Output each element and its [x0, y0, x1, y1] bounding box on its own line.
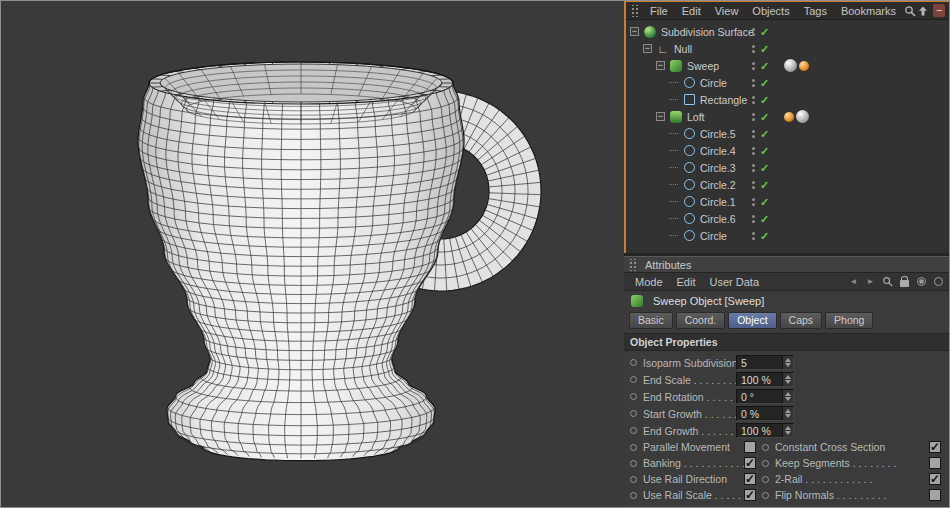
mug-wireframe-model[interactable] — [1, 1, 624, 507]
tree-row[interactable]: Rectangle ✓ — [626, 91, 949, 108]
keyframe-bullet-icon[interactable] — [630, 460, 637, 467]
checkbox[interactable]: ✓ — [744, 457, 756, 469]
checkbox[interactable]: ✓ — [929, 441, 941, 453]
lock-icon[interactable] — [898, 275, 911, 289]
keyframe-bullet-icon[interactable] — [630, 410, 637, 417]
tree-row[interactable]: Circle.1 ✓ — [626, 193, 949, 210]
expander-icon[interactable]: − — [656, 61, 665, 70]
enabled-check-icon[interactable]: ✓ — [760, 144, 769, 158]
checkbox[interactable] — [929, 457, 941, 469]
enabled-check-icon[interactable]: ✓ — [760, 25, 769, 39]
menu-item-mode[interactable]: Mode — [628, 276, 670, 288]
visibility-dots-icon[interactable] — [752, 130, 755, 138]
tree-row[interactable]: − Loft ✓ — [626, 108, 949, 125]
tree-row[interactable]: Circle ✓ — [626, 74, 949, 91]
enabled-check-icon[interactable]: ✓ — [760, 195, 769, 209]
enabled-check-icon[interactable]: ✓ — [760, 110, 769, 124]
enabled-check-icon[interactable]: ✓ — [760, 161, 769, 175]
tab-coord[interactable]: Coord. — [676, 312, 726, 329]
back-arrow-icon[interactable]: ◄ — [847, 275, 860, 289]
menu-item-file[interactable]: File — [643, 5, 675, 17]
checkbox[interactable]: ✓ — [744, 473, 756, 485]
visibility-dots-icon[interactable] — [752, 79, 755, 87]
visibility-dots-icon[interactable] — [752, 45, 755, 53]
visibility-dots-icon[interactable] — [752, 198, 755, 206]
attributes-header[interactable]: Attributes — [624, 256, 949, 273]
value-input[interactable]: 100 % — [736, 423, 794, 438]
tab-caps[interactable]: Caps — [780, 312, 823, 329]
checkbox[interactable]: ✓ — [929, 473, 941, 485]
collapse-icon[interactable]: − — [933, 4, 945, 17]
checkbox[interactable] — [744, 441, 756, 453]
enabled-check-icon[interactable]: ✓ — [760, 76, 769, 90]
enabled-check-icon[interactable]: ✓ — [760, 59, 769, 73]
keyframe-bullet-icon[interactable] — [762, 444, 769, 451]
stepper-arrows-icon[interactable] — [782, 356, 793, 369]
keyframe-bullet-icon[interactable] — [762, 476, 769, 483]
tree-row[interactable]: Circle.6 ✓ — [626, 210, 949, 227]
panel-handle-icon[interactable] — [628, 259, 638, 271]
forward-arrow-icon[interactable]: ► — [864, 275, 877, 289]
keyframe-bullet-icon[interactable] — [762, 492, 769, 499]
visibility-dots-icon[interactable] — [752, 113, 755, 121]
stepper-arrows-icon[interactable] — [782, 390, 793, 403]
tree-row[interactable]: Circle ✓ — [626, 227, 949, 244]
checkbox[interactable]: ✓ — [744, 489, 756, 501]
tree-row[interactable]: Circle.3 ✓ — [626, 159, 949, 176]
keyframe-bullet-icon[interactable] — [630, 376, 637, 383]
menu-item-edit[interactable]: Edit — [670, 276, 703, 288]
enabled-check-icon[interactable]: ✓ — [760, 178, 769, 192]
enabled-check-icon[interactable]: ✓ — [760, 42, 769, 56]
tree-row[interactable]: − Null ✓ — [626, 40, 949, 57]
checkbox[interactable] — [929, 489, 941, 501]
expander-icon[interactable]: − — [643, 44, 652, 53]
keyframe-bullet-icon[interactable] — [630, 476, 637, 483]
keyframe-bullet-icon[interactable] — [630, 444, 637, 451]
value-input[interactable]: 100 % — [736, 372, 794, 387]
expander-icon[interactable]: − — [630, 27, 639, 36]
material-sphere-orange[interactable] — [799, 61, 809, 71]
history-icon[interactable] — [932, 275, 945, 289]
viewport-3d[interactable] — [1, 1, 624, 507]
menu-item-edit[interactable]: Edit — [675, 5, 708, 17]
material-sphere-orange[interactable] — [784, 112, 794, 122]
tab-phong[interactable]: Phong — [825, 312, 873, 329]
visibility-dots-icon[interactable] — [752, 164, 755, 172]
material-sphere-light[interactable] — [796, 110, 809, 123]
stepper-arrows-icon[interactable] — [782, 424, 793, 437]
menu-item-objects[interactable]: Objects — [745, 5, 796, 17]
tab-object[interactable]: Object — [728, 312, 776, 329]
visibility-dots-icon[interactable] — [752, 62, 755, 70]
search-icon[interactable] — [903, 3, 917, 18]
target-icon[interactable] — [915, 275, 928, 289]
keyframe-bullet-icon[interactable] — [762, 460, 769, 467]
value-input[interactable]: 0 % — [736, 406, 794, 421]
up-arrow-icon[interactable] — [917, 3, 931, 18]
menu-item-view[interactable]: View — [708, 5, 746, 17]
visibility-dots-icon[interactable] — [752, 215, 755, 223]
menu-item-user-data[interactable]: User Data — [703, 276, 767, 288]
visibility-dots-icon[interactable] — [752, 181, 755, 189]
keyframe-bullet-icon[interactable] — [630, 359, 637, 366]
menu-item-bookmarks[interactable]: Bookmarks — [834, 5, 903, 17]
visibility-dots-icon[interactable] — [752, 96, 755, 104]
panel-handle-icon[interactable] — [630, 5, 640, 17]
stepper-arrows-icon[interactable] — [782, 373, 793, 386]
enabled-check-icon[interactable]: ✓ — [760, 229, 769, 243]
visibility-dots-icon[interactable] — [752, 232, 755, 240]
enabled-check-icon[interactable]: ✓ — [760, 212, 769, 226]
tab-basic[interactable]: Basic — [629, 312, 673, 329]
tree-row[interactable]: Circle.5 ✓ — [626, 125, 949, 142]
value-input[interactable]: 5 — [736, 355, 794, 370]
tree-row[interactable]: Circle.2 ✓ — [626, 176, 949, 193]
keyframe-bullet-icon[interactable] — [630, 492, 637, 499]
stepper-arrows-icon[interactable] — [782, 407, 793, 420]
visibility-dots-icon[interactable] — [752, 147, 755, 155]
enabled-check-icon[interactable]: ✓ — [760, 127, 769, 141]
value-input[interactable]: 0 ° — [736, 389, 794, 404]
tree-row[interactable]: − Sweep ✓ — [626, 57, 949, 74]
visibility-dots-icon[interactable] — [752, 28, 755, 36]
menu-item-tags[interactable]: Tags — [797, 5, 834, 17]
enabled-check-icon[interactable]: ✓ — [760, 93, 769, 107]
tree-row[interactable]: − Subdivision Surface ✓ — [626, 23, 949, 40]
